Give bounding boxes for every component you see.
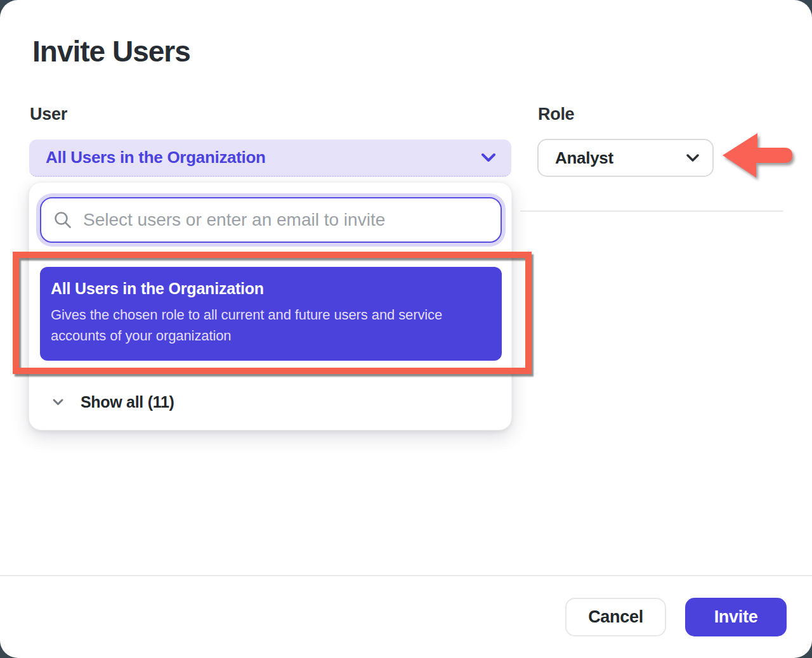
annotation-arrow-icon — [721, 132, 794, 179]
user-search-input[interactable] — [83, 210, 488, 230]
page-title: Invite Users — [32, 34, 190, 68]
search-icon — [53, 210, 73, 230]
option-description: Gives the chosen role to all current and… — [51, 304, 482, 346]
invite-users-dialog: Invite Users User Role All Users in the … — [0, 0, 812, 658]
cancel-button[interactable]: Cancel — [565, 598, 666, 636]
chevron-down-icon — [481, 153, 496, 163]
footer-divider — [0, 575, 812, 576]
role-field-label: Role — [538, 105, 574, 124]
user-select[interactable]: All Users in the Organization — [29, 139, 511, 177]
option-title: All Users in the Organization — [51, 280, 487, 298]
role-select-value: Analyst — [555, 148, 686, 168]
user-search-box — [40, 197, 502, 243]
role-select[interactable]: Analyst — [537, 139, 714, 177]
form-section-divider — [520, 210, 783, 212]
show-all-toggle[interactable]: Show all (11) — [29, 385, 513, 418]
show-all-label: Show all (11) — [81, 393, 174, 411]
user-dropdown-panel: All Users in the Organization Gives the … — [29, 182, 512, 430]
chevron-down-icon — [52, 398, 64, 406]
user-field-label: User — [30, 105, 67, 124]
invite-button[interactable]: Invite — [685, 598, 787, 636]
user-select-value: All Users in the Organization — [46, 148, 481, 167]
chevron-down-icon — [686, 153, 700, 163]
all-users-option[interactable]: All Users in the Organization Gives the … — [40, 267, 502, 361]
